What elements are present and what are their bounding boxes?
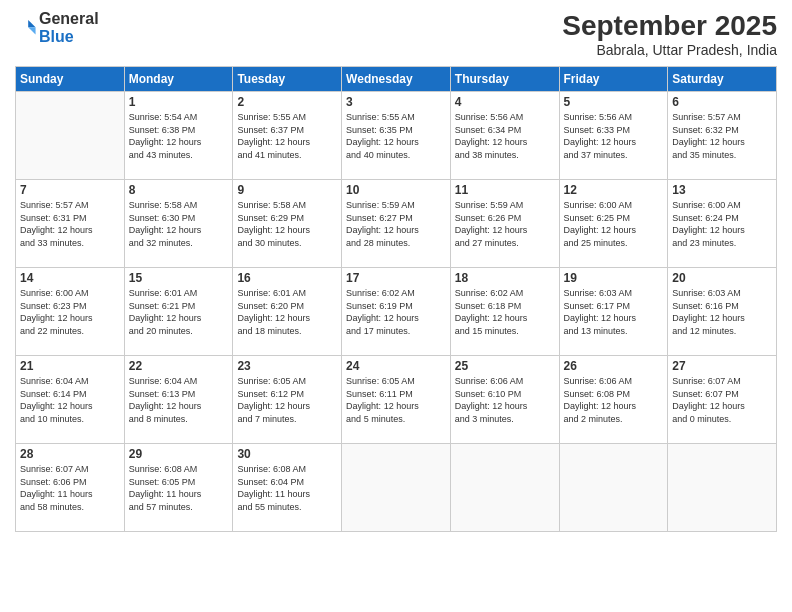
- week-row-1: 1Sunrise: 5:54 AM Sunset: 6:38 PM Daylig…: [16, 92, 777, 180]
- day-info: Sunrise: 6:01 AM Sunset: 6:21 PM Dayligh…: [129, 287, 229, 337]
- calendar-cell: 17Sunrise: 6:02 AM Sunset: 6:19 PM Dayli…: [342, 268, 451, 356]
- day-number: 20: [672, 271, 772, 285]
- logo-text-blue: Blue: [39, 28, 99, 46]
- day-info: Sunrise: 6:05 AM Sunset: 6:11 PM Dayligh…: [346, 375, 446, 425]
- calendar-cell: 15Sunrise: 6:01 AM Sunset: 6:21 PM Dayli…: [124, 268, 233, 356]
- day-number: 9: [237, 183, 337, 197]
- calendar-cell: [16, 92, 125, 180]
- day-number: 14: [20, 271, 120, 285]
- weekday-monday: Monday: [124, 67, 233, 92]
- day-info: Sunrise: 5:56 AM Sunset: 6:34 PM Dayligh…: [455, 111, 555, 161]
- day-number: 10: [346, 183, 446, 197]
- day-number: 16: [237, 271, 337, 285]
- week-row-5: 28Sunrise: 6:07 AM Sunset: 6:06 PM Dayli…: [16, 444, 777, 532]
- calendar-cell: 2Sunrise: 5:55 AM Sunset: 6:37 PM Daylig…: [233, 92, 342, 180]
- calendar-cell: 24Sunrise: 6:05 AM Sunset: 6:11 PM Dayli…: [342, 356, 451, 444]
- calendar-cell: 22Sunrise: 6:04 AM Sunset: 6:13 PM Dayli…: [124, 356, 233, 444]
- logo-icon: [15, 17, 37, 39]
- day-info: Sunrise: 6:00 AM Sunset: 6:24 PM Dayligh…: [672, 199, 772, 249]
- day-number: 5: [564, 95, 664, 109]
- day-info: Sunrise: 6:00 AM Sunset: 6:25 PM Dayligh…: [564, 199, 664, 249]
- calendar-cell: 7Sunrise: 5:57 AM Sunset: 6:31 PM Daylig…: [16, 180, 125, 268]
- calendar-cell: 8Sunrise: 5:58 AM Sunset: 6:30 PM Daylig…: [124, 180, 233, 268]
- calendar-cell: 25Sunrise: 6:06 AM Sunset: 6:10 PM Dayli…: [450, 356, 559, 444]
- calendar-cell: 9Sunrise: 5:58 AM Sunset: 6:29 PM Daylig…: [233, 180, 342, 268]
- calendar-cell: 10Sunrise: 5:59 AM Sunset: 6:27 PM Dayli…: [342, 180, 451, 268]
- calendar-cell: 23Sunrise: 6:05 AM Sunset: 6:12 PM Dayli…: [233, 356, 342, 444]
- calendar-cell: 1Sunrise: 5:54 AM Sunset: 6:38 PM Daylig…: [124, 92, 233, 180]
- calendar-cell: 19Sunrise: 6:03 AM Sunset: 6:17 PM Dayli…: [559, 268, 668, 356]
- day-info: Sunrise: 6:07 AM Sunset: 6:07 PM Dayligh…: [672, 375, 772, 425]
- day-number: 2: [237, 95, 337, 109]
- day-info: Sunrise: 6:06 AM Sunset: 6:10 PM Dayligh…: [455, 375, 555, 425]
- day-number: 1: [129, 95, 229, 109]
- weekday-thursday: Thursday: [450, 67, 559, 92]
- day-info: Sunrise: 5:57 AM Sunset: 6:31 PM Dayligh…: [20, 199, 120, 249]
- day-info: Sunrise: 6:03 AM Sunset: 6:17 PM Dayligh…: [564, 287, 664, 337]
- day-number: 30: [237, 447, 337, 461]
- day-number: 18: [455, 271, 555, 285]
- calendar-cell: 20Sunrise: 6:03 AM Sunset: 6:16 PM Dayli…: [668, 268, 777, 356]
- day-number: 11: [455, 183, 555, 197]
- day-info: Sunrise: 5:56 AM Sunset: 6:33 PM Dayligh…: [564, 111, 664, 161]
- location-subtitle: Babrala, Uttar Pradesh, India: [562, 42, 777, 58]
- calendar-cell: 16Sunrise: 6:01 AM Sunset: 6:20 PM Dayli…: [233, 268, 342, 356]
- day-info: Sunrise: 5:58 AM Sunset: 6:29 PM Dayligh…: [237, 199, 337, 249]
- calendar-cell: [668, 444, 777, 532]
- calendar-cell: 13Sunrise: 6:00 AM Sunset: 6:24 PM Dayli…: [668, 180, 777, 268]
- week-row-2: 7Sunrise: 5:57 AM Sunset: 6:31 PM Daylig…: [16, 180, 777, 268]
- day-info: Sunrise: 6:00 AM Sunset: 6:23 PM Dayligh…: [20, 287, 120, 337]
- day-number: 6: [672, 95, 772, 109]
- title-block: September 2025 Babrala, Uttar Pradesh, I…: [562, 10, 777, 58]
- day-number: 29: [129, 447, 229, 461]
- day-number: 28: [20, 447, 120, 461]
- day-info: Sunrise: 6:04 AM Sunset: 6:13 PM Dayligh…: [129, 375, 229, 425]
- day-info: Sunrise: 6:08 AM Sunset: 6:05 PM Dayligh…: [129, 463, 229, 513]
- day-number: 13: [672, 183, 772, 197]
- day-number: 24: [346, 359, 446, 373]
- day-info: Sunrise: 6:08 AM Sunset: 6:04 PM Dayligh…: [237, 463, 337, 513]
- day-info: Sunrise: 5:58 AM Sunset: 6:30 PM Dayligh…: [129, 199, 229, 249]
- week-row-4: 21Sunrise: 6:04 AM Sunset: 6:14 PM Dayli…: [16, 356, 777, 444]
- logo: General Blue: [15, 10, 99, 45]
- calendar-cell: 26Sunrise: 6:06 AM Sunset: 6:08 PM Dayli…: [559, 356, 668, 444]
- header: General Blue September 2025 Babrala, Utt…: [15, 10, 777, 58]
- weekday-wednesday: Wednesday: [342, 67, 451, 92]
- day-number: 7: [20, 183, 120, 197]
- day-info: Sunrise: 6:06 AM Sunset: 6:08 PM Dayligh…: [564, 375, 664, 425]
- day-info: Sunrise: 6:02 AM Sunset: 6:18 PM Dayligh…: [455, 287, 555, 337]
- calendar-cell: 30Sunrise: 6:08 AM Sunset: 6:04 PM Dayli…: [233, 444, 342, 532]
- calendar-table: SundayMondayTuesdayWednesdayThursdayFrid…: [15, 66, 777, 532]
- calendar-cell: 14Sunrise: 6:00 AM Sunset: 6:23 PM Dayli…: [16, 268, 125, 356]
- calendar-cell: [342, 444, 451, 532]
- weekday-saturday: Saturday: [668, 67, 777, 92]
- day-number: 4: [455, 95, 555, 109]
- calendar-cell: [559, 444, 668, 532]
- calendar-cell: 11Sunrise: 5:59 AM Sunset: 6:26 PM Dayli…: [450, 180, 559, 268]
- weekday-tuesday: Tuesday: [233, 67, 342, 92]
- day-info: Sunrise: 5:57 AM Sunset: 6:32 PM Dayligh…: [672, 111, 772, 161]
- day-info: Sunrise: 5:59 AM Sunset: 6:26 PM Dayligh…: [455, 199, 555, 249]
- day-number: 19: [564, 271, 664, 285]
- calendar-cell: 29Sunrise: 6:08 AM Sunset: 6:05 PM Dayli…: [124, 444, 233, 532]
- day-info: Sunrise: 6:07 AM Sunset: 6:06 PM Dayligh…: [20, 463, 120, 513]
- calendar-cell: 6Sunrise: 5:57 AM Sunset: 6:32 PM Daylig…: [668, 92, 777, 180]
- day-info: Sunrise: 5:59 AM Sunset: 6:27 PM Dayligh…: [346, 199, 446, 249]
- day-number: 23: [237, 359, 337, 373]
- svg-marker-1: [28, 27, 35, 34]
- day-number: 12: [564, 183, 664, 197]
- week-row-3: 14Sunrise: 6:00 AM Sunset: 6:23 PM Dayli…: [16, 268, 777, 356]
- day-number: 22: [129, 359, 229, 373]
- weekday-friday: Friday: [559, 67, 668, 92]
- day-info: Sunrise: 6:02 AM Sunset: 6:19 PM Dayligh…: [346, 287, 446, 337]
- day-number: 25: [455, 359, 555, 373]
- weekday-sunday: Sunday: [16, 67, 125, 92]
- calendar-cell: 28Sunrise: 6:07 AM Sunset: 6:06 PM Dayli…: [16, 444, 125, 532]
- page: General Blue September 2025 Babrala, Utt…: [0, 0, 792, 612]
- calendar-cell: 3Sunrise: 5:55 AM Sunset: 6:35 PM Daylig…: [342, 92, 451, 180]
- day-info: Sunrise: 6:05 AM Sunset: 6:12 PM Dayligh…: [237, 375, 337, 425]
- day-info: Sunrise: 5:55 AM Sunset: 6:37 PM Dayligh…: [237, 111, 337, 161]
- day-number: 3: [346, 95, 446, 109]
- calendar-cell: 18Sunrise: 6:02 AM Sunset: 6:18 PM Dayli…: [450, 268, 559, 356]
- logo-text-general: General: [39, 10, 99, 28]
